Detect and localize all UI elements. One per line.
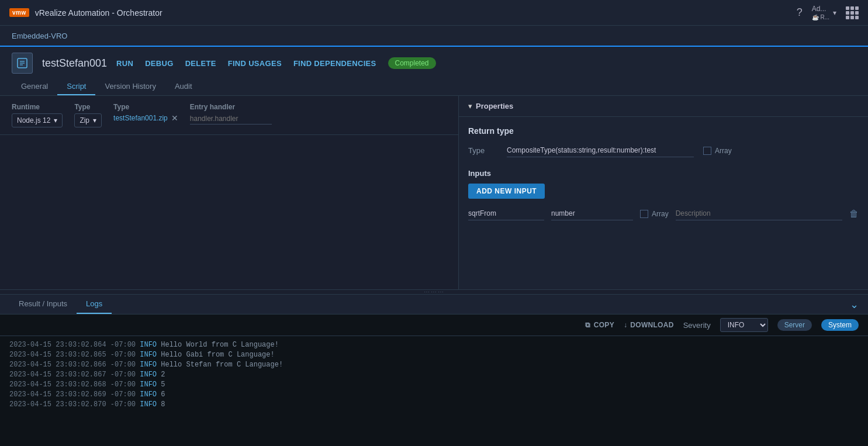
log-line: 2023-04-15 23:03:02.870 -07:00 INFO 8 — [9, 400, 859, 409]
file-field: Type testStefan001.zip ✕ — [113, 103, 178, 123]
log-message: Hello Stefan from C Language! — [161, 361, 283, 369]
collapse-bottom-icon[interactable]: ⌄ — [850, 298, 859, 311]
entry-handler-input[interactable] — [190, 113, 272, 125]
vmware-logo: vmw — [9, 8, 29, 17]
resize-handle[interactable]: ⋯⋯⋯ — [0, 289, 868, 294]
workflow-title-row: testStefan001 RUN DEBUG DELETE FIND USAG… — [12, 53, 856, 74]
help-icon[interactable]: ? — [797, 6, 803, 19]
runtime-value: Node.js 12 — [17, 116, 50, 125]
system-badge[interactable]: System — [821, 319, 859, 331]
entry-handler-field: Entry handler — [190, 103, 272, 125]
input-type-field[interactable] — [551, 207, 633, 220]
user-chevron-icon: ▾ — [833, 9, 836, 17]
runtime-select[interactable]: Node.js 12 ▾ — [12, 113, 63, 127]
log-message: Hello World from C Language! — [161, 341, 279, 349]
runtime-chevron-icon: ▾ — [54, 116, 57, 125]
input-row: Array 🗑 — [468, 207, 859, 220]
properties-panel: ▾ Properties Return type Type Array — [459, 96, 868, 289]
delete-input-icon[interactable]: 🗑 — [849, 209, 859, 219]
log-timestamp: 2023-04-15 23:03:02.865 -07:00 — [9, 351, 136, 359]
file-value-row: testStefan001.zip ✕ — [113, 113, 178, 123]
log-toolbar: ⧉ COPY ↓ DOWNLOAD Severity INFO DEBUG WA… — [0, 314, 868, 336]
log-message: 5 — [161, 381, 165, 389]
workflow-tabs: General Script Version History Audit — [12, 78, 856, 95]
copy-button[interactable]: ⧉ COPY — [585, 321, 614, 329]
app-title: vRealize Automation - Orchestrator — [35, 8, 162, 18]
download-button[interactable]: ↓ DOWNLOAD — [624, 321, 674, 329]
type-value: Zip — [79, 116, 89, 125]
input-name-field[interactable] — [468, 207, 544, 220]
log-message: 6 — [161, 390, 165, 399]
runtime-row: Runtime Node.js 12 ▾ Type Zip ▾ — [0, 96, 458, 135]
runtime-label: Runtime — [12, 103, 63, 111]
log-timestamp: 2023-04-15 23:03:02.866 -07:00 — [9, 361, 136, 369]
array-checkbox-row: Array — [703, 147, 732, 155]
breadcrumb-bar: Embedded-VRO — [0, 26, 868, 47]
nav-right: ? Ad...☕ R... ▾ — [797, 5, 859, 21]
type-form-label: Type — [468, 146, 497, 155]
find-dependencies-button[interactable]: FIND DEPENDENCIES — [293, 59, 376, 68]
log-content: 2023-04-15 23:03:02.864 -07:00 INFO Hell… — [0, 336, 868, 446]
entry-handler-label: Entry handler — [190, 103, 272, 111]
log-message: 8 — [161, 400, 165, 409]
log-level: INFO — [140, 361, 157, 369]
delete-button[interactable]: DELETE — [185, 59, 216, 68]
severity-select[interactable]: INFO DEBUG WARN ERROR — [720, 318, 768, 332]
status-badge: Completed — [388, 57, 436, 69]
user-area[interactable]: Ad...☕ R... ▾ — [812, 5, 836, 21]
copy-label: COPY — [594, 321, 614, 329]
type-field: Type Zip ▾ — [74, 103, 102, 127]
array-label: Array — [715, 147, 732, 155]
properties-body: Return type Type Array Inputs ADD NEW IN… — [459, 117, 868, 230]
tab-version-history[interactable]: Version History — [95, 78, 165, 95]
find-usages-button[interactable]: FIND USAGES — [228, 59, 282, 68]
tab-script[interactable]: Script — [57, 78, 95, 95]
apps-grid-icon[interactable] — [846, 6, 859, 19]
download-label: DOWNLOAD — [630, 321, 673, 329]
run-button[interactable]: RUN — [116, 59, 133, 68]
log-level: INFO — [140, 390, 157, 399]
log-level: INFO — [140, 381, 157, 389]
properties-chevron-icon: ▾ — [468, 102, 472, 110]
array-checkbox[interactable] — [703, 147, 711, 155]
inputs-section-title: Inputs — [468, 169, 859, 178]
workflow-actions: RUN DEBUG DELETE FIND USAGES FIND DEPEND… — [116, 57, 435, 69]
log-timestamp: 2023-04-15 23:03:02.864 -07:00 — [9, 341, 136, 349]
file-type-label: Type — [113, 103, 178, 111]
tab-general[interactable]: General — [12, 78, 57, 95]
type-form-row: Type Array — [468, 144, 859, 157]
bottom-panel: Result / Inputs Logs ⌄ ⧉ COPY ↓ DOWNLOAD… — [0, 294, 868, 446]
main-area: testStefan001 RUN DEBUG DELETE FIND USAG… — [0, 47, 868, 446]
type-select[interactable]: Zip ▾ — [74, 113, 102, 127]
server-badge[interactable]: Server — [777, 319, 812, 331]
properties-header: ▾ Properties — [459, 96, 868, 117]
type-chevron-icon: ▾ — [93, 116, 96, 125]
content-area: Runtime Node.js 12 ▾ Type Zip ▾ — [0, 96, 868, 289]
left-panel: Runtime Node.js 12 ▾ Type Zip ▾ — [0, 96, 459, 289]
add-new-input-button[interactable]: ADD NEW INPUT — [468, 184, 545, 199]
debug-button[interactable]: DEBUG — [145, 59, 173, 68]
log-timestamp: 2023-04-15 23:03:02.869 -07:00 — [9, 390, 136, 399]
nav-left: vmw vRealize Automation - Orchestrator — [9, 8, 162, 18]
runtime-field: Runtime Node.js 12 ▾ — [12, 103, 63, 127]
log-timestamp: 2023-04-15 23:03:02.867 -07:00 — [9, 371, 136, 379]
log-level: INFO — [140, 351, 157, 359]
properties-title: Properties — [476, 102, 513, 110]
log-level: INFO — [140, 371, 157, 379]
workflow-name: testStefan001 — [42, 57, 107, 70]
log-line: 2023-04-15 23:03:02.864 -07:00 INFO Hell… — [9, 341, 859, 349]
input-array-label: Array — [652, 210, 669, 218]
tab-audit[interactable]: Audit — [165, 78, 202, 95]
bottom-tabs-left: Result / Inputs Logs — [9, 295, 112, 314]
severity-label: Severity — [683, 321, 711, 330]
return-type-input[interactable] — [507, 144, 694, 157]
return-type-title: Return type — [468, 126, 859, 136]
workflow-svg-icon — [16, 57, 28, 69]
user-label: Ad...☕ R... — [812, 5, 829, 21]
tab-result-inputs[interactable]: Result / Inputs — [9, 295, 77, 314]
clear-file-icon[interactable]: ✕ — [171, 113, 178, 123]
tab-logs[interactable]: Logs — [77, 295, 112, 314]
input-array-checkbox[interactable] — [640, 210, 648, 218]
log-line: 2023-04-15 23:03:02.867 -07:00 INFO 2 — [9, 371, 859, 379]
input-description-field[interactable] — [676, 207, 842, 220]
